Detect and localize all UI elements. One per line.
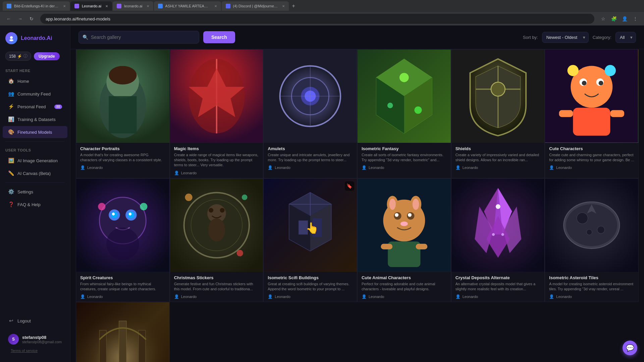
tab-favicon-1 xyxy=(7,4,11,8)
model-card-amulets[interactable]: Amulets Create unique and intricate amul… xyxy=(263,49,357,178)
author-name-isometric-asteroid: Leonardo xyxy=(556,295,572,299)
card-author-crystal-deposits: 👤 Leonardo xyxy=(455,294,541,299)
browser-tab-1[interactable]: Bild-Erstellungs-KI in der Übers... ✕ xyxy=(3,1,70,11)
user-tools-label: User Tools xyxy=(0,144,70,154)
search-input-wrap: 🔍 xyxy=(78,31,199,44)
tab-favicon-3 xyxy=(117,4,121,8)
card-author-isometric-fantasy: 👤 Leonardo xyxy=(362,165,447,170)
author-name-magic-items: Leonardo xyxy=(181,171,197,175)
sidebar-item-settings[interactable]: ⚙️ Settings xyxy=(3,186,67,198)
logout-icon: ↩ xyxy=(8,318,14,324)
browser-tab-3[interactable]: leonardo.ai ✕ xyxy=(113,1,153,11)
card-desc-cute-characters: Create cute and charming game characters… xyxy=(549,153,634,163)
card-image-isometric-asteroid xyxy=(545,179,638,272)
category-select[interactable]: All xyxy=(615,32,636,43)
new-tab-button[interactable]: + xyxy=(289,2,298,10)
bookmark-star-button[interactable]: ☆ xyxy=(598,14,608,23)
svg-rect-37 xyxy=(559,110,573,117)
reload-button[interactable]: ↻ xyxy=(27,14,36,23)
model-card-magic-items[interactable]: Magic Items Create a wide range of magic… xyxy=(170,49,264,178)
card-author-char-portraits: 👤 Leonardo xyxy=(80,165,165,170)
url-bar[interactable]: app.leonardo.ai/finetuned-models xyxy=(40,14,594,24)
sidebar-item-finetuned[interactable]: 🎨 Finetuned Models xyxy=(3,126,67,138)
card-content-char-portraits: Character Portraits A model that's for c… xyxy=(76,143,169,173)
user-row[interactable]: S stefanstp08 stefanstp08@gmail.com xyxy=(5,331,65,347)
sidebar-item-ai-image[interactable]: 🖼️ AI Image Generation xyxy=(3,155,67,167)
card-author-spirit-creatures: 👤 Leonardo xyxy=(80,294,165,299)
tab-close-5[interactable]: ✕ xyxy=(282,4,285,8)
avatar-initials: S xyxy=(12,337,15,342)
svg-rect-106 xyxy=(119,321,126,362)
svg-point-61 xyxy=(236,250,243,256)
sidebar-item-logout[interactable]: ↩ Logout xyxy=(3,315,67,327)
card-title-isometric-fantasy: Isometric Fantasy xyxy=(362,146,447,151)
svg-point-92 xyxy=(496,204,500,209)
card-title-cute-characters: Cute Characters xyxy=(549,146,634,151)
card-image-amulets xyxy=(264,50,357,143)
info-icon[interactable]: ⓘ xyxy=(23,53,28,59)
svg-point-48 xyxy=(129,213,131,215)
sidebar-item-community-feed[interactable]: 👥 Community Feed xyxy=(3,88,67,100)
sidebar-finetuned-label: Finetuned Models xyxy=(17,130,52,135)
browser-tab-5[interactable]: (4) Discord | @Midjourney Bot ✕ xyxy=(222,1,289,11)
author-icon-4: 👤 xyxy=(362,165,367,170)
model-card-char-portraits[interactable]: Character Portraits A model that's for c… xyxy=(76,49,170,178)
tab-close-2[interactable]: ✕ xyxy=(105,4,108,8)
sidebar-item-training[interactable]: 📊 Training & Datasets xyxy=(3,113,67,125)
svg-point-56 xyxy=(208,218,225,241)
sidebar-logout-label: Logout xyxy=(17,318,31,323)
svg-point-39 xyxy=(568,65,579,76)
model-card-crystal-deposits[interactable]: Crystal Deposits Alternate An alternativ… xyxy=(451,178,545,302)
svg-point-40 xyxy=(605,65,616,76)
model-card-christmas-stickers[interactable]: Christmas Stickers Generate festive and … xyxy=(170,178,264,302)
user-area: S stefanstp08 stefanstp08@gmail.com Term… xyxy=(0,327,70,358)
profile-button[interactable]: 👤 xyxy=(620,14,629,23)
sidebar-item-ai-canvas[interactable]: ✏️ AI Canvas (Beta) xyxy=(3,167,67,179)
app-container: Leonardo.Ai 158 ⚡ ⓘ Upgrade Start Here 🏠… xyxy=(0,25,644,362)
svg-point-75 xyxy=(389,199,395,210)
tab-bar: Bild-Erstellungs-KI in der Übers... ✕ Le… xyxy=(0,0,644,12)
search-input[interactable] xyxy=(78,31,199,44)
author-icon-2: 👤 xyxy=(174,171,179,175)
terms-link[interactable]: Terms of service xyxy=(5,347,65,354)
card-desc-spirit-creatures: From whimsical fairy-like beings to myth… xyxy=(80,282,165,292)
upgrade-button[interactable]: Upgrade xyxy=(34,52,60,60)
browser-tab-4[interactable]: ASHLY YAMILE ARTEAGA BLAN... ✕ xyxy=(154,1,221,11)
back-button[interactable]: ← xyxy=(4,14,13,23)
card-author-cute-animal: 👤 Leonardo xyxy=(362,294,447,299)
ai-image-icon: 🖼️ xyxy=(8,158,14,164)
tab-close-3[interactable]: ✕ xyxy=(147,4,149,8)
svg-rect-36 xyxy=(573,108,610,136)
search-button[interactable]: Search xyxy=(203,31,235,43)
model-card-isometric-asteroid[interactable]: Isometric Asteroid Tiles A model for cre… xyxy=(545,178,639,302)
sidebar-item-home[interactable]: 🏠 Home xyxy=(3,75,67,87)
model-card-spirit-creatures[interactable]: Spirit Creatures From whimsical fairy-li… xyxy=(76,178,170,302)
model-card-isometric-scifi[interactable]: 🔖 👆 Isometric Scifi Buildings Great at c… xyxy=(263,178,357,302)
forward-button[interactable]: → xyxy=(15,14,25,23)
card-title-cute-animal: Cute Animal Characters xyxy=(362,275,447,280)
browser-tab-2[interactable]: Leonardo.ai ✕ xyxy=(70,1,112,11)
card-content-cute-characters: Cute Characters Create cute and charming… xyxy=(545,143,638,173)
live-chat-button[interactable]: 💬 xyxy=(623,341,637,355)
model-card-leo-signature[interactable]: Leonardo Signature The core model of the… xyxy=(76,302,170,362)
search-icon: 🔍 xyxy=(83,35,88,40)
browser-chrome: Bild-Erstellungs-KI in der Übers... ✕ Le… xyxy=(0,0,644,25)
svg-point-1 xyxy=(9,39,13,41)
model-card-cute-characters[interactable]: Cute Characters Create cute and charming… xyxy=(545,49,639,178)
menu-button[interactable]: ⋮ xyxy=(631,14,640,23)
card-image-cute-characters xyxy=(545,50,638,143)
tab-close-1[interactable]: ✕ xyxy=(63,4,66,8)
tab-close-4[interactable]: ✕ xyxy=(214,4,217,8)
sidebar-training-label: Training & Datasets xyxy=(17,117,56,122)
sort-select[interactable]: Newest - Oldest Oldest - Newest Most Pop… xyxy=(542,32,589,43)
sidebar-item-personal-feed[interactable]: ⚡ Personal Feed 88 xyxy=(3,101,67,113)
model-card-isometric-fantasy[interactable]: Isometric Fantasy Create all sorts of is… xyxy=(357,49,451,178)
extensions-button[interactable]: 🧩 xyxy=(609,14,619,23)
svg-point-0 xyxy=(10,36,13,39)
bookmark-icon-scifi[interactable]: 🔖 xyxy=(345,181,354,191)
sidebar-item-faq[interactable]: ❓ FAQ & Help xyxy=(3,198,67,210)
model-card-cute-animal[interactable]: Cute Animal Characters Perfect for creat… xyxy=(357,178,451,302)
author-name-amulets: Leonardo xyxy=(275,166,290,170)
tab-favicon-4 xyxy=(158,4,163,8)
model-card-shields[interactable]: Shields Create a variety of impressively… xyxy=(451,49,545,178)
